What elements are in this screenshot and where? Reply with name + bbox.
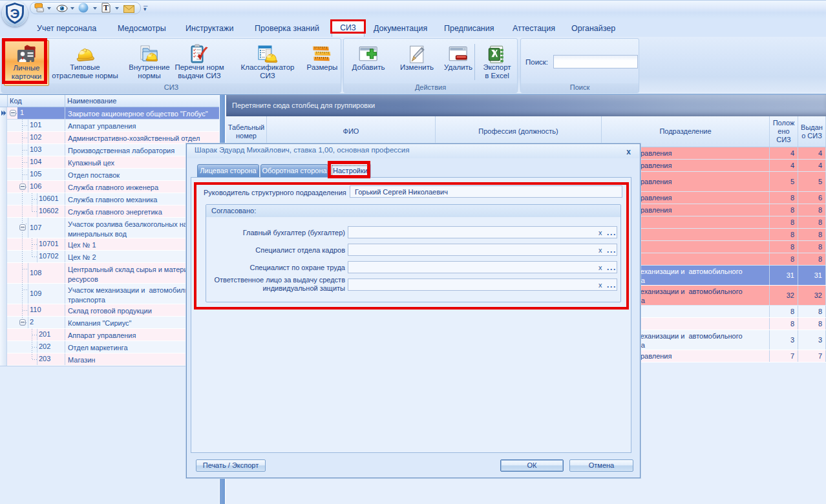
svg-text:Э: Э	[10, 6, 20, 21]
svg-text:T: T	[103, 3, 109, 12]
